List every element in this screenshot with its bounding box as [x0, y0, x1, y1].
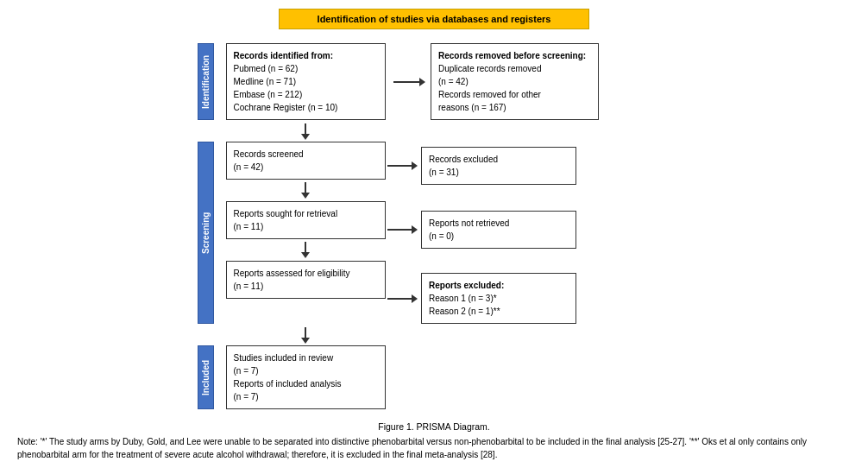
- arrow-s1-down-line: [305, 182, 306, 193]
- identification-right-box: Records removed before screening: Duplic…: [431, 43, 599, 120]
- id-right-title: Records removed before screening:: [438, 49, 591, 62]
- id-medline: Medline (n = 71): [234, 75, 378, 88]
- identification-left-box: Records identified from: Pubmed (n = 62)…: [226, 43, 386, 120]
- inc-l0: Studies included in review: [234, 351, 378, 364]
- arrow-id-right-head: [419, 78, 425, 86]
- figure-caption: Figure 1. PRISMA Diagram.: [17, 421, 851, 432]
- header-box: Identification of studies via databases …: [279, 9, 589, 29]
- arrow-down-2-head: [301, 338, 310, 344]
- arrow-down-1-line: [305, 123, 306, 134]
- id-cochrane: Cochrane Register (n = 10): [234, 101, 378, 114]
- screening-box1: Records screened (n = 42): [226, 142, 386, 180]
- s-rb1-l1: (n = 31): [429, 166, 569, 179]
- s-rb3-l0: Reason 1 (n = 3)*: [429, 292, 569, 305]
- s-b2-l1: (n = 11): [234, 220, 378, 233]
- s-rb2-l1: (n = 0): [429, 230, 569, 243]
- included-box: Studies included in review (n = 7) Repor…: [226, 345, 386, 409]
- s-rb2-l0: Reports not retrieved: [429, 217, 569, 230]
- arrow-down-2-line: [305, 327, 306, 338]
- inc-l1: (n = 7): [234, 364, 378, 377]
- arrow-s1-down-head: [301, 193, 310, 199]
- arrow-s2-down-line: [305, 242, 306, 252]
- screening-right-box1: Records excluded (n = 31): [421, 147, 576, 185]
- id-right-l0: Duplicate records removed: [438, 62, 591, 75]
- figure-note: Note: '*' The study arms by Duby, Gold, …: [17, 435, 851, 461]
- arrow-s-r2-line: [387, 229, 412, 231]
- arrow-s-r3-line: [387, 298, 412, 300]
- s-b3-l0: Reports assessed for eligibility: [234, 267, 378, 280]
- s-b2-l0: Reports sought for retrieval: [234, 207, 378, 220]
- figure-note-text: Note: '*' The study arms by Duby, Gold, …: [17, 437, 807, 459]
- s-b3-l1: (n = 11): [234, 280, 378, 293]
- s-b1-l1: (n = 42): [234, 161, 378, 174]
- inc-l2: Reports of included analysis: [234, 377, 378, 390]
- id-left-title: Records identified from:: [234, 49, 378, 62]
- label-screening: Screening: [198, 142, 214, 324]
- id-right-l1: (n = 42): [438, 75, 591, 88]
- label-identification: Identification: [198, 43, 214, 120]
- s-rb3-title: Reports excluded:: [429, 279, 569, 292]
- arrow-s-r1-head: [412, 161, 418, 170]
- screening-box2: Reports sought for retrieval (n = 11): [226, 201, 386, 239]
- id-right-l2: Records removed for other: [438, 88, 591, 101]
- arrow-s-r2-head: [412, 225, 418, 234]
- arrow-down-1-head: [301, 134, 310, 140]
- arrow-id-right-line: [393, 81, 419, 83]
- diagram-container: Identification of studies via databases …: [17, 9, 851, 461]
- s-rb3-l1: Reason 2 (n = 1)**: [429, 305, 569, 318]
- screening-box3: Reports assessed for eligibility (n = 11…: [226, 261, 386, 299]
- arrow-s2-down-head: [301, 252, 310, 258]
- s-b1-l0: Records screened: [234, 148, 378, 161]
- id-embase: Embase (n = 212): [234, 88, 378, 101]
- arrow-s-r1-line: [387, 165, 412, 167]
- label-included: Included: [198, 345, 214, 409]
- screening-right-box3: Reports excluded: Reason 1 (n = 3)* Reas…: [421, 273, 576, 324]
- arrow-s-r3-head: [412, 294, 418, 303]
- header-label: Identification of studies via databases …: [318, 14, 551, 24]
- figure-caption-text: Figure 1. PRISMA Diagram.: [378, 421, 490, 432]
- s-rb1-l0: Records excluded: [429, 153, 569, 166]
- screening-right-box2: Reports not retrieved (n = 0): [421, 211, 576, 249]
- id-pubmed: Pubmed (n = 62): [234, 62, 378, 75]
- id-right-l3: reasons (n = 167): [438, 101, 591, 114]
- inc-l3: (n = 7): [234, 390, 378, 403]
